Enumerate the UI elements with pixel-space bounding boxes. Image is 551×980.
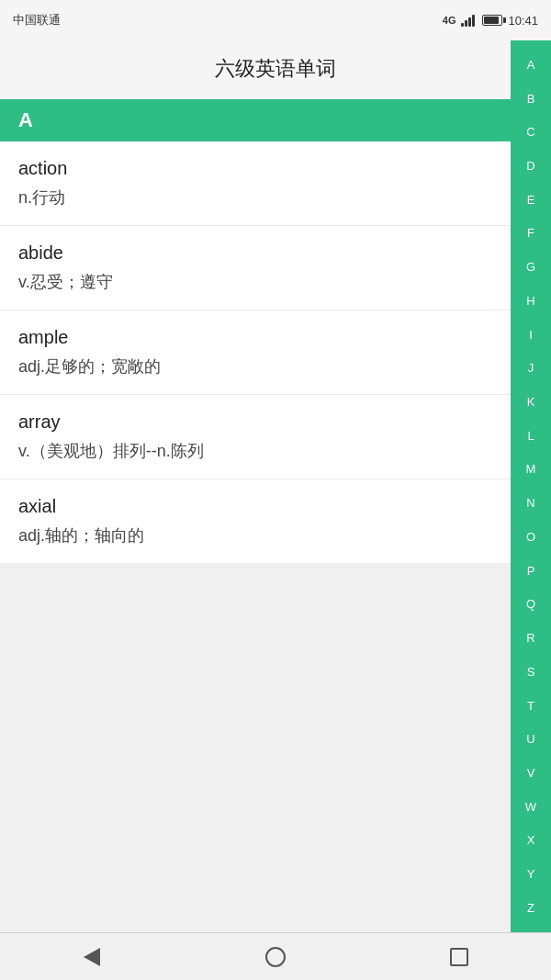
back-button[interactable]: [64, 939, 119, 975]
alpha-letter-t[interactable]: T: [527, 700, 534, 712]
alpha-letter-y[interactable]: Y: [527, 868, 535, 880]
alpha-letter-s[interactable]: S: [527, 666, 535, 678]
alpha-letter-n[interactable]: N: [526, 497, 534, 509]
recent-icon: [450, 948, 468, 966]
word-english: abide: [18, 242, 492, 264]
alpha-letter-g[interactable]: G: [526, 261, 535, 273]
alpha-letter-a[interactable]: A: [527, 59, 535, 71]
alpha-letter-u[interactable]: U: [526, 733, 534, 745]
word-chinese: adj.轴的；轴向的: [18, 524, 492, 546]
lte-badge: 4G: [443, 15, 456, 26]
alpha-letter-e[interactable]: E: [527, 194, 535, 206]
alpha-letter-i[interactable]: I: [529, 329, 533, 341]
recent-button[interactable]: [432, 939, 487, 975]
bottom-nav-bar: [0, 932, 551, 980]
list-item[interactable]: arrayv.（美观地）排列--n.陈列: [0, 395, 511, 479]
word-english: ample: [18, 327, 492, 348]
alpha-letter-x[interactable]: X: [527, 834, 535, 846]
alpha-letter-d[interactable]: D: [526, 160, 534, 172]
list-item[interactable]: ampleadj.足够的；宽敞的: [0, 310, 511, 395]
status-right: 4G 10:41: [443, 14, 538, 28]
alpha-letter-r[interactable]: R: [526, 632, 534, 644]
alphabet-sidebar[interactable]: ABCDEFGHIJKLMNOPQRSTUVWXYZ: [511, 40, 551, 932]
alpha-letter-k[interactable]: K: [527, 396, 535, 408]
alpha-letter-z[interactable]: Z: [527, 902, 534, 914]
back-icon: [84, 948, 100, 966]
alpha-letter-l[interactable]: L: [527, 430, 534, 442]
alpha-letter-w[interactable]: W: [525, 801, 536, 813]
word-english: action: [18, 158, 492, 179]
word-english: axial: [18, 496, 492, 517]
time-label: 10:41: [508, 14, 538, 28]
word-chinese: adj.足够的；宽敞的: [18, 355, 492, 377]
signal-icon: [461, 14, 475, 27]
alpha-letter-q[interactable]: Q: [526, 598, 535, 610]
word-list: actionn.行动abidev.忍受；遵守ampleadj.足够的；宽敞的ar…: [0, 141, 511, 563]
home-button[interactable]: [248, 939, 303, 975]
carrier-label: 中国联通: [13, 12, 61, 28]
alpha-letter-f[interactable]: F: [527, 227, 534, 239]
list-item[interactable]: actionn.行动: [0, 141, 511, 226]
word-chinese: v.忍受；遵守: [18, 271, 492, 293]
list-item[interactable]: axialadj.轴的；轴向的: [0, 479, 511, 563]
word-chinese: v.（美观地）排列--n.陈列: [18, 440, 492, 462]
alpha-letter-v[interactable]: V: [527, 767, 535, 779]
home-icon: [265, 947, 286, 967]
status-bar: 中国联通 4G 10:41: [0, 0, 551, 40]
alpha-letter-b[interactable]: B: [527, 93, 535, 105]
alpha-letter-p[interactable]: P: [527, 565, 535, 577]
section-header: A: [0, 99, 551, 141]
alpha-letter-o[interactable]: O: [526, 531, 535, 543]
app-title-bar: 六级英语单词: [0, 40, 551, 99]
alpha-letter-h[interactable]: H: [526, 295, 534, 307]
word-chinese: n.行动: [18, 186, 492, 208]
alpha-letter-j[interactable]: J: [528, 362, 534, 374]
alpha-letter-m[interactable]: M: [526, 463, 536, 475]
alpha-letter-c[interactable]: C: [526, 126, 534, 138]
list-item[interactable]: abidev.忍受；遵守: [0, 226, 511, 310]
app-title: 六级英语单词: [0, 55, 551, 83]
section-header-label: A: [18, 108, 33, 132]
word-english: array: [18, 411, 492, 433]
battery-icon: [482, 15, 502, 26]
